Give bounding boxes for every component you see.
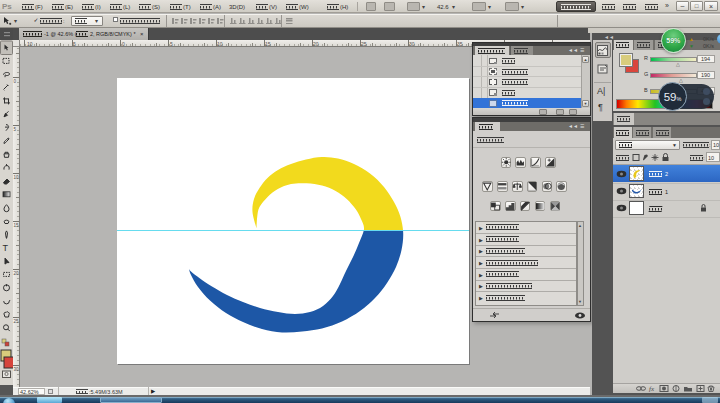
svg-text:fx: fx <box>649 385 655 392</box>
svg-text:T: T <box>3 243 9 253</box>
